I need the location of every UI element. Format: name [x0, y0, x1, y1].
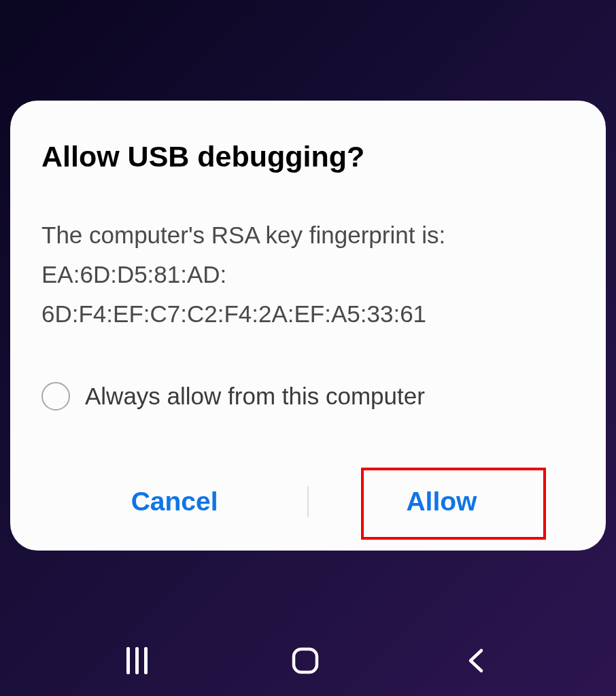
checkbox-unchecked-icon[interactable] [41, 382, 70, 411]
navigation-bar [0, 640, 616, 681]
home-icon [291, 646, 320, 675]
recents-button[interactable] [126, 647, 148, 674]
recents-bar-icon [135, 647, 139, 674]
message-text-line1: The computer's RSA key fingerprint is: [41, 222, 445, 248]
message-text-line2: EA:6D:D5:81:AD: [41, 261, 226, 288]
svg-rect-0 [294, 649, 317, 672]
recents-bar-icon [144, 647, 148, 674]
dialog-message: The computer's RSA key fingerprint is: E… [41, 215, 575, 333]
always-allow-checkbox-row[interactable]: Always allow from this computer [41, 382, 575, 411]
allow-button[interactable]: Allow [309, 473, 575, 530]
cancel-button[interactable]: Cancel [41, 473, 307, 530]
dialog-button-row: Cancel Allow [41, 473, 575, 530]
usb-debugging-dialog: Allow USB debugging? The computer's RSA … [10, 101, 606, 551]
recents-bar-icon [126, 647, 130, 674]
dialog-title: Allow USB debugging? [41, 140, 575, 173]
back-button[interactable] [464, 648, 490, 674]
back-chevron-icon [464, 648, 490, 674]
checkbox-label: Always allow from this computer [85, 383, 425, 410]
home-button[interactable] [291, 646, 320, 675]
message-text-line3: 6D:F4:EF:C7:C2:F4:2A:EF:A5:33:61 [41, 300, 426, 327]
